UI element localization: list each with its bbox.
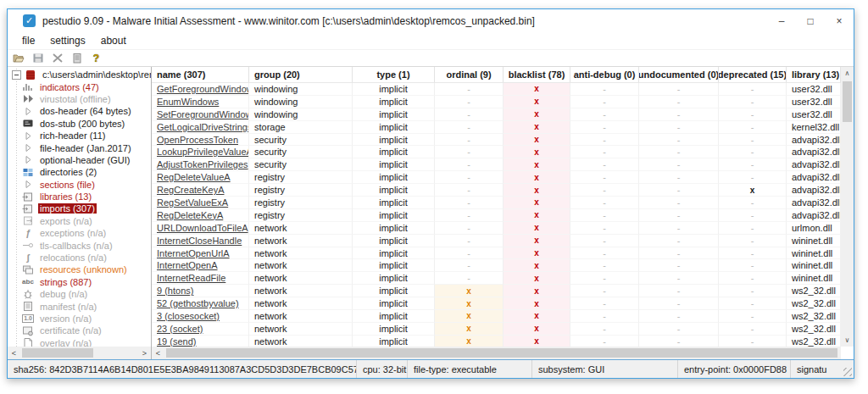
open-file-icon[interactable] — [11, 52, 25, 65]
column-header-library[interactable]: library (13) — [787, 67, 841, 83]
tree-item-resources[interactable]: resources (unknown) — [8, 264, 151, 275]
tree-item-debug[interactable]: debug (n/a) — [8, 288, 151, 300]
scroll-up-icon[interactable]: ∧ — [841, 67, 854, 80]
table-row[interactable]: SetForegroundWindowwindowingimplicit-x--… — [152, 108, 841, 121]
column-header-name[interactable]: name (307) — [152, 67, 249, 83]
resize-grip-icon[interactable] — [843, 368, 852, 376]
function-name-link[interactable]: 3 (closesocket) — [157, 311, 220, 321]
tree-item-dos-header[interactable]: dos-header (64 bytes) — [8, 105, 151, 117]
tree-item-dos-stub[interactable]: dos-stub (200 bytes) — [8, 118, 151, 130]
table-row[interactable]: LookupPrivilegeValueAsecurityimplicit-x-… — [152, 146, 841, 158]
function-name-link[interactable]: LookupPrivilegeValueA — [157, 147, 249, 157]
tree-item-virustotal[interactable]: virustotal (offline) — [8, 93, 151, 105]
scrollbar-thumb[interactable] — [166, 348, 837, 358]
table-row[interactable]: URLDownloadToFileAnetworkimplicit-x---ur… — [152, 222, 841, 235]
function-name-link[interactable]: 9 (htons) — [157, 286, 193, 296]
table-row[interactable]: GetLogicalDriveStringsAstorageimplicit-x… — [152, 121, 841, 134]
expander-icon[interactable] — [21, 142, 35, 153]
function-name-link[interactable]: 19 (send) — [157, 336, 196, 347]
tree-item-optional-header[interactable]: optional-header (GUI) — [8, 154, 151, 166]
column-header-deprecated[interactable]: deprecated (15) — [719, 67, 787, 83]
function-name-link[interactable]: SetForegroundWindow — [157, 109, 249, 119]
scroll-left-icon[interactable]: < — [8, 347, 20, 359]
scrollbar-thumb[interactable] — [843, 81, 852, 122]
column-header-undocumented[interactable]: undocumented (0) — [639, 67, 719, 83]
table-row[interactable]: AdjustTokenPrivilegessecurityimplicit-x-… — [152, 158, 841, 171]
expander-icon[interactable] — [21, 130, 35, 142]
column-header-ordinal[interactable]: ordinal (9) — [435, 67, 504, 83]
tree-item-file-header[interactable]: file-header (Jan.2017) — [8, 142, 151, 153]
table-row[interactable]: 23 (socket)networkimplicitxx---ws2_32.dl… — [152, 323, 841, 336]
tree-item-exports[interactable]: exports (n/a) — [8, 215, 151, 227]
tree-item-certificate[interactable]: certificate (n/a) — [8, 325, 151, 336]
function-name-link[interactable]: OpenProcessToken — [157, 135, 238, 145]
tree-item-version[interactable]: 1.0version (n/a) — [8, 313, 151, 325]
tree-horizontal-scrollbar[interactable]: < > — [8, 347, 151, 359]
column-header-group[interactable]: group (20) — [249, 67, 353, 83]
tree-item-directories[interactable]: directories (2) — [8, 166, 151, 178]
table-row[interactable]: RegCreateKeyAregistryimplicit-x--xadvapi… — [152, 184, 841, 197]
function-name-link[interactable]: EnumWindows — [157, 97, 219, 107]
table-row[interactable]: InternetOpenUrlAnetworkimplicit-x---wini… — [152, 247, 841, 260]
table-row[interactable]: 9 (htons)networkimplicitxx---ws2_32.dll — [152, 285, 841, 297]
collapse-icon[interactable] — [12, 70, 21, 80]
help-icon[interactable]: ? — [89, 52, 103, 65]
function-name-link[interactable]: InternetReadFile — [157, 273, 225, 283]
column-header-anti_debug[interactable]: anti-debug (0) — [570, 67, 639, 83]
column-header-blacklist[interactable]: blacklist (78) — [504, 67, 570, 83]
report-icon[interactable] — [70, 52, 84, 65]
menu-about[interactable]: about — [93, 33, 134, 48]
tree-item-exceptions[interactable]: ƒexceptions (n/a) — [8, 227, 151, 239]
table-row[interactable]: InternetOpenAnetworkimplicit-x---wininet… — [152, 259, 841, 272]
table-row[interactable]: 52 (gethostbyvalue)networkimplicitxx---w… — [152, 297, 841, 310]
save-icon[interactable] — [31, 52, 45, 65]
table-row[interactable]: InternetCloseHandlenetworkimplicit-x---w… — [152, 235, 841, 247]
maximize-button[interactable]: □ — [796, 9, 825, 32]
expander-icon[interactable] — [21, 154, 35, 165]
expander-icon[interactable] — [21, 179, 35, 190]
menu-settings[interactable]: settings — [42, 33, 92, 48]
close-button[interactable]: × — [825, 9, 854, 32]
table-row[interactable]: RegSetValueExAregistryimplicit-x---advap… — [152, 197, 841, 209]
tree-item-sections[interactable]: sections (file) — [8, 179, 151, 191]
title-bar[interactable]: ✓ pestudio 9.09 - Malware Initial Assess… — [8, 9, 854, 32]
delete-icon[interactable] — [50, 52, 64, 65]
function-name-link[interactable]: GetForegroundWindow — [157, 84, 249, 94]
function-name-link[interactable]: URLDownloadToFileA — [157, 223, 248, 233]
tree-item-imports[interactable]: imports (307) — [8, 203, 151, 214]
tree-item-tls-callbacks[interactable]: tls-callbacks (n/a) — [8, 239, 151, 251]
tree-item-libraries[interactable]: libraries (13) — [8, 191, 151, 203]
function-name-link[interactable]: AdjustTokenPrivileges — [157, 159, 248, 169]
tree-item-indicators[interactable]: indicators (47) — [8, 80, 151, 92]
function-name-link[interactable]: RegCreateKeyA — [157, 185, 225, 195]
function-name-link[interactable]: GetLogicalDriveStringsA — [157, 122, 249, 132]
table-horizontal-scrollbar[interactable]: < — [152, 347, 841, 359]
scroll-down-icon[interactable]: ∨ — [841, 334, 854, 347]
function-name-link[interactable]: InternetOpenA — [157, 260, 218, 270]
tree-root-item[interactable]: c:\users\admin\desktop\ren — [8, 69, 151, 80]
tree-item-relocations[interactable]: ʃrelocations (n/a) — [8, 252, 151, 264]
expander-icon[interactable] — [21, 106, 35, 117]
table-row[interactable]: EnumWindowswindowingimplicit-x---user32.… — [152, 96, 841, 108]
table-row[interactable]: 3 (closesocket)networkimplicitxx---ws2_3… — [152, 310, 841, 323]
scroll-left-icon[interactable]: < — [152, 347, 164, 359]
table-row[interactable]: RegDeleteValueAregistryimplicit-x---adva… — [152, 171, 841, 184]
tree-item-overlay[interactable]: overlay (n/a) — [8, 337, 151, 347]
column-header-type[interactable]: type (1) — [353, 67, 435, 83]
tree-item-manifest[interactable]: manifest (n/a) — [8, 300, 151, 312]
function-name-link[interactable]: RegDeleteKeyA — [157, 210, 223, 220]
table-row[interactable]: RegDeleteKeyAregistryimplicit-x---advapi… — [152, 209, 841, 222]
table-vertical-scrollbar[interactable]: ∧ ∨ — [841, 67, 854, 347]
table-row[interactable]: OpenProcessTokensecurityimplicit-x---adv… — [152, 134, 841, 147]
table-row[interactable]: 19 (send)networkimplicitxx---ws2_32.dll — [152, 336, 841, 347]
scrollbar-thumb[interactable] — [22, 348, 93, 358]
function-name-link[interactable]: 23 (socket) — [157, 324, 203, 334]
menu-file[interactable]: file — [14, 33, 42, 48]
tree-item-rich-header[interactable]: rich-header (11) — [8, 130, 151, 142]
function-name-link[interactable]: 52 (gethostbyvalue) — [157, 298, 239, 308]
scroll-right-icon[interactable]: > — [138, 347, 151, 359]
table-row[interactable]: GetForegroundWindowwindowingimplicit-x--… — [152, 83, 841, 96]
function-name-link[interactable]: InternetCloseHandle — [157, 236, 242, 246]
table-row[interactable]: InternetReadFilenetworkimplicit-x---wini… — [152, 272, 841, 285]
function-name-link[interactable]: InternetOpenUrlA — [157, 248, 230, 258]
